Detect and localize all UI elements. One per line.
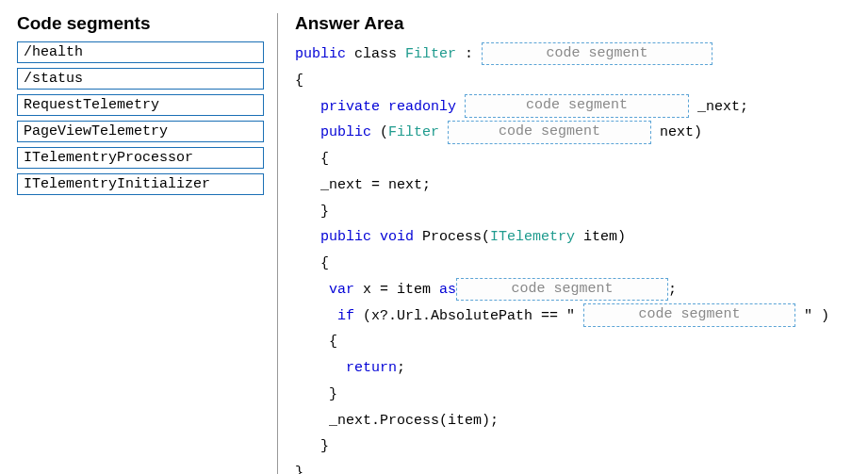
drop-target[interactable]: code segment [482, 42, 712, 66]
code-segments-panel: Code segments /health /status RequestTel… [17, 13, 264, 474]
keyword: var [295, 282, 354, 298]
code-text: ; [668, 282, 677, 298]
type-name: ITelemetry [490, 229, 575, 245]
code-text: _next; [689, 99, 748, 115]
drag-drop-question: Code segments /health /status RequestTel… [17, 13, 851, 474]
keyword: public [295, 229, 371, 245]
keyword: void [371, 229, 422, 245]
drop-target[interactable]: code segment [583, 303, 795, 327]
keyword: if [295, 308, 354, 324]
code-text: } [295, 465, 303, 474]
keyword: private [295, 99, 380, 115]
keyword: public [295, 124, 371, 140]
segment-item[interactable]: ITelementryInitializer [17, 173, 264, 195]
code-text: class [346, 46, 405, 62]
drop-target[interactable]: code segment [456, 278, 668, 302]
code-template: public class Filter : code segment { pri… [295, 41, 851, 474]
answer-area-panel: Answer Area public class Filter : code s… [295, 13, 851, 474]
code-text: next) [651, 124, 702, 140]
code-text: { [295, 334, 337, 350]
code-text: ( [371, 124, 388, 140]
segment-item[interactable]: ITelementryProcessor [17, 147, 264, 169]
drop-target[interactable]: code segment [448, 121, 651, 144]
segment-item[interactable]: PageViewTelemetry [17, 121, 264, 142]
code-text: } [295, 204, 329, 220]
type-name: Filter [388, 124, 448, 140]
segment-item[interactable]: RequestTelemetry [17, 94, 264, 116]
code-text: x = item [354, 282, 439, 298]
segment-item[interactable]: /health [17, 41, 264, 63]
vertical-divider [277, 13, 278, 474]
code-text: item) [575, 229, 626, 245]
code-text: _next.Process(item); [295, 413, 499, 429]
code-text: { [295, 255, 329, 271]
code-text: (x?.Url.AbsolutePath == " [354, 308, 583, 324]
code-segments-title: Code segments [17, 13, 264, 34]
keyword: public [295, 46, 346, 62]
code-text: ; [397, 360, 405, 376]
type-name: Filter [405, 46, 456, 62]
segment-item[interactable]: /status [17, 68, 264, 90]
keyword: readonly [380, 99, 465, 115]
code-text: : [456, 46, 482, 62]
code-text: } [295, 386, 337, 402]
code-text: { [295, 151, 329, 167]
segment-list: /health /status RequestTelemetry PageVie… [17, 41, 264, 195]
keyword: return [295, 360, 397, 376]
code-text: } [295, 438, 329, 454]
drop-target[interactable]: code segment [465, 94, 689, 118]
keyword: as [439, 282, 456, 298]
code-text: { [295, 73, 303, 89]
code-text: " ) [795, 308, 829, 324]
code-text: _next = next; [295, 177, 431, 193]
code-text: Process( [422, 229, 490, 245]
answer-area-title: Answer Area [295, 13, 851, 34]
